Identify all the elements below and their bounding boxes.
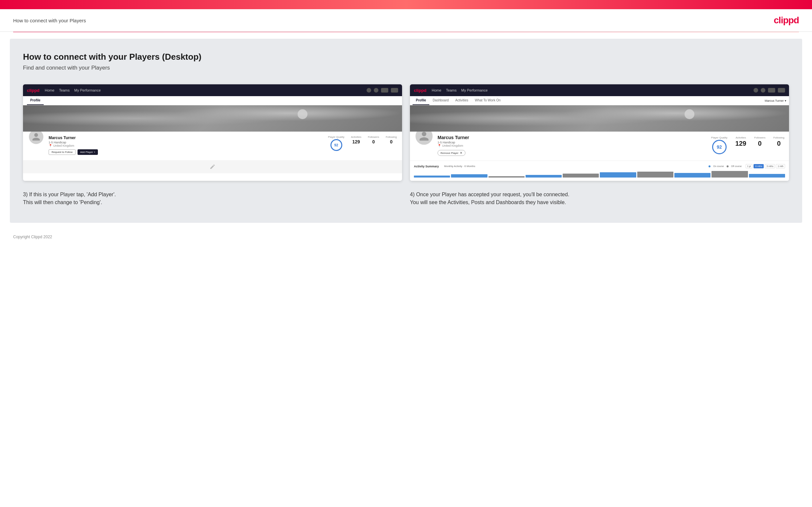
desc-1-step: 3) If this is your Player tap, 'Add Play… (23, 191, 402, 199)
chart-bar-8 (674, 173, 711, 177)
tab-whattoworkon-2[interactable]: What To Work On (472, 96, 504, 105)
following-stat-1: Following 0 (386, 135, 397, 145)
following-value-2: 0 (773, 140, 784, 147)
quality-label-2: Player Quality (711, 136, 727, 139)
activities-label-1: Activities (351, 135, 361, 138)
settings-icon-1[interactable] (381, 88, 388, 93)
activities-stat-2: Activities 129 (735, 136, 746, 147)
chart-bar-4 (525, 175, 562, 177)
app-logo-1: clippd (27, 88, 39, 93)
nav-teams-2[interactable]: Teams (446, 88, 457, 92)
app-tabs-left-2: Profile Dashboard Activities What To Wor… (413, 96, 504, 105)
followers-label-2: Followers (754, 136, 765, 139)
followers-value-1: 0 (368, 139, 379, 145)
account-icon-1[interactable] (391, 88, 398, 93)
app-profile-info-2: Marcus Turner 1-5 Handicap 📍 United King… (438, 135, 707, 156)
chart-bar-2 (451, 174, 487, 177)
pencil-icon-area (23, 160, 402, 173)
time-3mths[interactable]: 3 mths (765, 164, 775, 168)
oncourse-legend-dot (709, 165, 711, 167)
app-logo-2: clippd (414, 88, 426, 93)
following-label-2: Following (773, 136, 784, 139)
nav-teams-1[interactable]: Teams (59, 88, 70, 92)
time-6mths[interactable]: 6 mths (754, 164, 764, 168)
desc-1-detail: This will then change to 'Pending'. (23, 199, 402, 207)
tab-profile-1[interactable]: Profile (27, 96, 44, 105)
request-follow-button[interactable]: Request to Follow (49, 149, 75, 155)
user-label-2: Marcus Turner (765, 99, 784, 102)
app-profile-section-2: Marcus Turner 1-5 Handicap 📍 United King… (410, 131, 789, 161)
main-content: How to connect with your Players (Deskto… (10, 39, 802, 223)
top-gradient-bar (0, 0, 812, 9)
desc-2-detail: You will see the Activities, Posts and D… (410, 199, 789, 207)
followers-value-2: 0 (754, 140, 765, 147)
tab-activities-2[interactable]: Activities (452, 96, 471, 105)
tab-dashboard-2[interactable]: Dashboard (429, 96, 452, 105)
chart-bar-10 (749, 174, 785, 177)
description-row: 3) If this is your Player tap, 'Add Play… (23, 191, 789, 207)
chart-bar-6 (600, 172, 636, 177)
tab-profile-2[interactable]: Profile (413, 96, 429, 105)
account-icon-2[interactable] (778, 88, 785, 93)
nav-home-1[interactable]: Home (45, 88, 54, 92)
nav-home-2[interactable]: Home (432, 88, 441, 92)
footer: Copyright Clippd 2022 (0, 229, 812, 244)
app-tabs-1: Profile (23, 96, 402, 105)
app-tabs-user-2: Marcus Turner ▾ (765, 99, 786, 102)
app-banner-1 (23, 105, 402, 131)
app-profile-section-1: Marcus Turner 1-5 Handicap 📍 United King… (23, 131, 402, 160)
app-nav-links-1: Home Teams My Performance (45, 88, 367, 92)
nav-myperformance-2[interactable]: My Performance (461, 88, 488, 92)
activity-chart (414, 171, 785, 177)
following-value-1: 0 (386, 139, 397, 145)
copyright-text: Copyright Clippd 2022 (13, 235, 52, 239)
user-icon-2[interactable] (761, 88, 765, 93)
user-icon-1[interactable] (374, 88, 378, 93)
page-header: How to connect with your Players clippd (0, 9, 812, 32)
search-icon-1[interactable] (367, 88, 371, 93)
nav-myperformance-1[interactable]: My Performance (74, 88, 101, 92)
activities-value-1: 129 (351, 139, 361, 145)
time-1mth[interactable]: 1 mth (776, 164, 785, 168)
activity-right: On course Off course 1 yr 6 mths 3 mths … (709, 164, 785, 168)
desc-1: 3) If this is your Player tap, 'Add Play… (23, 191, 402, 207)
header-divider (13, 32, 799, 32)
location-pin-icon: 📍 (49, 144, 52, 147)
quality-group-2: Player Quality 92 (711, 136, 727, 154)
oncourse-legend-label: On course (713, 165, 724, 167)
add-player-button[interactable]: Add Player + (78, 149, 98, 155)
chart-bar-5 (563, 174, 599, 177)
remove-player-button[interactable]: Remove Player ✕ (438, 150, 465, 156)
activities-label-2: Activities (735, 136, 746, 139)
activity-summary-header: Activity Summary Monthly Activity · 6 Mo… (414, 164, 785, 168)
chart-bar-1 (414, 176, 450, 177)
player-name-2: Marcus Turner (438, 135, 707, 140)
player-handicap-2: 1-5 Handicap (438, 141, 707, 144)
remove-player-area: Remove Player ✕ (438, 150, 707, 156)
followers-stat-1: Followers 0 (368, 135, 379, 145)
pencil-icon (210, 164, 215, 170)
activity-left: Activity Summary Monthly Activity · 6 Mo… (414, 165, 475, 168)
app-nav-1: clippd Home Teams My Performance (23, 84, 402, 96)
location-pin-icon-2: 📍 (438, 144, 441, 147)
desc-2-step: 4) Once your Player has accepted your re… (410, 191, 789, 199)
time-buttons: 1 yr 6 mths 3 mths 1 mth (746, 164, 785, 168)
activity-title: Activity Summary (414, 165, 439, 168)
player-handicap-1: 1-5 Handicap (49, 141, 323, 144)
chart-bar-9 (711, 171, 748, 177)
app-tabs-2: Profile Dashboard Activities What To Wor… (410, 96, 789, 105)
app-profile-info-1: Marcus Turner 1-5 Handicap 📍 United King… (49, 135, 323, 155)
settings-icon-2[interactable] (768, 88, 775, 93)
quality-group-1: Player Quality 92 (328, 135, 345, 151)
activities-value-2: 129 (735, 140, 746, 147)
app-nav-icons-2 (754, 88, 785, 93)
search-icon-2[interactable] (754, 88, 758, 93)
following-stat-2: Following 0 (773, 136, 784, 147)
screenshot-2: clippd Home Teams My Performance Profile (410, 84, 789, 181)
app-nav-2: clippd Home Teams My Performance (410, 84, 789, 96)
close-icon: ✕ (460, 151, 462, 155)
app-banner-2 (410, 105, 789, 131)
time-1yr[interactable]: 1 yr (746, 164, 753, 168)
activity-summary-bar: Activity Summary Monthly Activity · 6 Mo… (410, 161, 789, 181)
app-buttons-1: Request to Follow Add Player + (49, 149, 323, 155)
